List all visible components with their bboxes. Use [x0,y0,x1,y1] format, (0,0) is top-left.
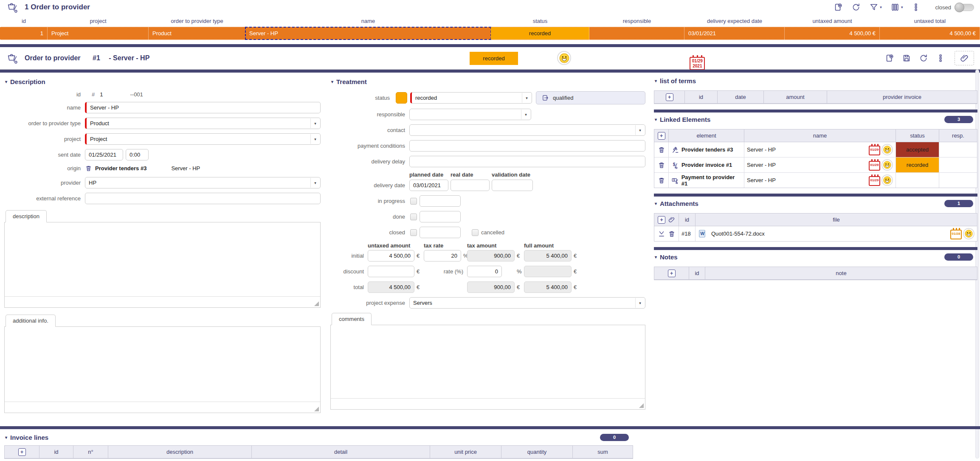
add-note-button[interactable]: + [668,270,676,277]
origin-delete-button[interactable] [85,165,92,172]
resize-grip-icon[interactable] [314,407,319,411]
columns-button[interactable]: ▾ [890,3,903,12]
responsible-select[interactable]: ▾ [409,109,531,120]
payment-conditions-field[interactable] [409,140,645,152]
chevron-down-icon[interactable]: ▾ [521,110,530,119]
attach-paperclip-icon[interactable] [668,216,675,223]
table-row[interactable]: Provider invoice #1 Server - HP 01/29 re… [654,157,977,173]
add-record-button[interactable] [834,3,843,12]
col-header-responsible[interactable]: responsible [589,15,684,27]
row-cell-responsible[interactable] [589,27,684,39]
chevron-down-icon[interactable]: ▾ [635,298,645,308]
sent-date-field[interactable]: 01/25/2021 [85,149,123,160]
tab-comments[interactable]: comments [332,313,372,325]
row-cell-untaxed-amount[interactable]: 4 500,00 € [785,27,880,39]
row-cell-untaxed-total[interactable]: 4 500,00 € [880,27,980,39]
collapse-caret-icon[interactable]: ▾ [655,117,657,122]
resize-grip-icon[interactable] [314,301,319,306]
linked-element-link[interactable]: Provider tenders #3 [681,146,733,153]
add-linked-element-button[interactable]: + [658,132,665,140]
done-date-field[interactable] [420,211,461,222]
row-cell-type[interactable]: Product [149,27,245,39]
in-progress-checkbox[interactable] [410,198,417,205]
project-expense-select[interactable]: Servers ▾ [409,297,645,309]
table-row[interactable]: Payment to provider #1 Server - HP 01/29 [654,173,977,188]
initial-untaxed-field[interactable]: 4 500,00 [368,250,414,261]
table-row[interactable]: Provider tenders #3 Server - HP 01/29 ac… [654,142,977,157]
delete-row-button[interactable] [668,230,676,238]
add-record-button[interactable] [885,53,894,63]
col-header-project[interactable]: project [48,15,149,27]
col-header-delivery-expected-date[interactable]: delivery expected date [684,15,785,27]
row-cell-project[interactable]: Project [48,27,149,39]
more-menu-button[interactable] [911,3,921,12]
row-cell-name[interactable]: Server - HP [245,27,491,39]
linked-element-link[interactable]: Payment to provider #1 [681,174,741,187]
origin-link[interactable]: Provider tenders #3 [95,165,146,171]
contact-select[interactable]: ▾ [409,124,645,136]
tab-additional-info[interactable]: additional info. [6,315,56,327]
save-button[interactable] [902,53,911,63]
collapse-caret-icon[interactable]: ▾ [5,79,7,84]
sent-time-field[interactable]: 0:00 [126,149,149,160]
description-textarea[interactable] [5,222,320,296]
table-row[interactable]: 1 Project Product Server - HP recorded 0… [0,27,980,40]
resize-grip-icon[interactable] [639,403,644,408]
linked-element-link[interactable]: Provider invoice #1 [681,162,732,168]
add-term-button[interactable]: + [666,93,673,101]
refresh-button[interactable] [851,3,861,12]
col-header-type[interactable]: order to provider type [149,15,245,27]
refresh-button[interactable] [919,53,928,63]
cancelled-checkbox[interactable] [472,229,479,236]
add-attachment-button[interactable]: + [658,216,665,224]
additional-info-textarea[interactable] [5,327,320,402]
external-reference-field[interactable] [85,193,321,204]
attachment-file-link[interactable]: Quot001-554-72.docx [711,231,765,237]
collapse-caret-icon[interactable]: ▾ [655,79,657,83]
table-row[interactable]: #18 Quot001-554-72.docx 01/28 [654,226,977,241]
chevron-down-icon[interactable]: ▾ [635,125,645,135]
provider-select[interactable]: HP ▾ [85,177,321,188]
delivery-delay-field[interactable] [409,156,645,167]
delete-row-button[interactable] [658,161,665,169]
col-header-id[interactable]: id [0,15,48,27]
row-cell-status[interactable]: recorded [491,27,589,39]
collapse-caret-icon[interactable]: ▾ [5,435,7,440]
closed-toggle[interactable] [955,4,974,11]
qualified-transition-button[interactable]: qualified [536,91,645,104]
discount-untaxed-field[interactable] [368,266,414,277]
col-header-name[interactable]: name [245,15,491,27]
collapse-caret-icon[interactable]: ▾ [655,201,657,206]
order-to-provider-type-select[interactable]: Product ▾ [85,118,321,129]
closed-checkbox[interactable] [410,229,417,236]
download-attachment-button[interactable] [658,230,665,238]
filter-button[interactable]: ▾ [869,3,882,12]
name-field[interactable]: Server - HP [85,102,321,113]
delivery-date-real-field[interactable] [451,180,490,191]
project-select[interactable]: Project ▾ [85,133,321,145]
attachment-dropzone-button[interactable] [955,51,974,65]
delivery-date-planned-field[interactable]: 03/01/2021 [409,180,448,191]
col-header-untaxed-amount[interactable]: untaxed amount [785,15,880,27]
chevron-down-icon[interactable]: ▾ [522,93,531,103]
status-select[interactable]: recorded ▾ [410,92,532,104]
row-cell-delivery-expected-date[interactable]: 03/01/2021 [684,27,785,39]
closed-date-field[interactable] [420,227,461,238]
comments-textarea[interactable] [331,325,645,398]
row-cell-id[interactable]: 1 [0,27,48,39]
col-header-untaxed-total[interactable]: untaxed total [880,15,980,27]
delete-row-button[interactable] [658,146,665,154]
done-checkbox[interactable] [410,214,417,220]
chevron-down-icon[interactable]: ▾ [310,118,320,128]
tab-description[interactable]: description [6,210,47,222]
col-header-status[interactable]: status [491,15,589,27]
in-progress-date-field[interactable] [420,195,461,207]
more-menu-button[interactable] [936,53,945,63]
delete-row-button[interactable] [658,177,665,184]
add-invoice-line-button[interactable]: + [18,448,26,456]
discount-rate-field[interactable]: 0 [467,266,502,277]
collapse-caret-icon[interactable]: ▾ [331,79,333,84]
delivery-date-validation-field[interactable] [492,180,533,191]
chevron-down-icon[interactable]: ▾ [310,178,320,188]
initial-tax-rate-field[interactable]: 20 [424,250,461,261]
